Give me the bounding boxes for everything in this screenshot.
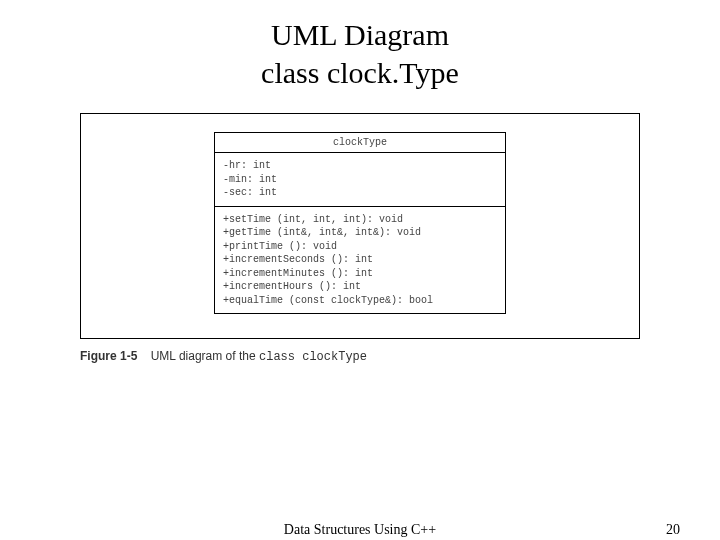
slide: UML Diagram class clock.Type clockType -… [0,0,720,540]
uml-attr-line: -sec: int [223,186,497,200]
uml-op-line: +incrementSeconds (): int [223,253,497,267]
figure-area: clockType -hr: int -min: int -sec: int +… [80,113,640,364]
figure-label: Figure 1-5 [80,349,137,363]
title-line-2: class clock.Type [0,54,720,92]
slide-title: UML Diagram class clock.Type [0,0,720,91]
uml-attr-line: -min: int [223,173,497,187]
figure-caption: Figure 1-5 UML diagram of the class cloc… [80,349,640,364]
title-line-1: UML Diagram [0,16,720,54]
uml-attributes: -hr: int -min: int -sec: int [215,153,505,207]
uml-op-line: +printTime (): void [223,240,497,254]
figure-frame: clockType -hr: int -min: int -sec: int +… [80,113,640,339]
uml-op-line: +incrementHours (): int [223,280,497,294]
footer-center-text: Data Structures Using C++ [0,522,720,538]
uml-op-line: +incrementMinutes (): int [223,267,497,281]
uml-attr-line: -hr: int [223,159,497,173]
uml-operations: +setTime (int, int, int): void +getTime … [215,207,505,314]
figure-caption-prefix: UML diagram of the [151,349,259,363]
uml-op-line: +equalTime (const clockType&): bool [223,294,497,308]
uml-class-box: clockType -hr: int -min: int -sec: int +… [214,132,506,314]
uml-op-line: +setTime (int, int, int): void [223,213,497,227]
footer-page-number: 20 [666,522,680,538]
uml-op-line: +getTime (int&, int&, int&): void [223,226,497,240]
uml-class-name: clockType [215,133,505,153]
figure-caption-code: class clockType [259,350,367,364]
